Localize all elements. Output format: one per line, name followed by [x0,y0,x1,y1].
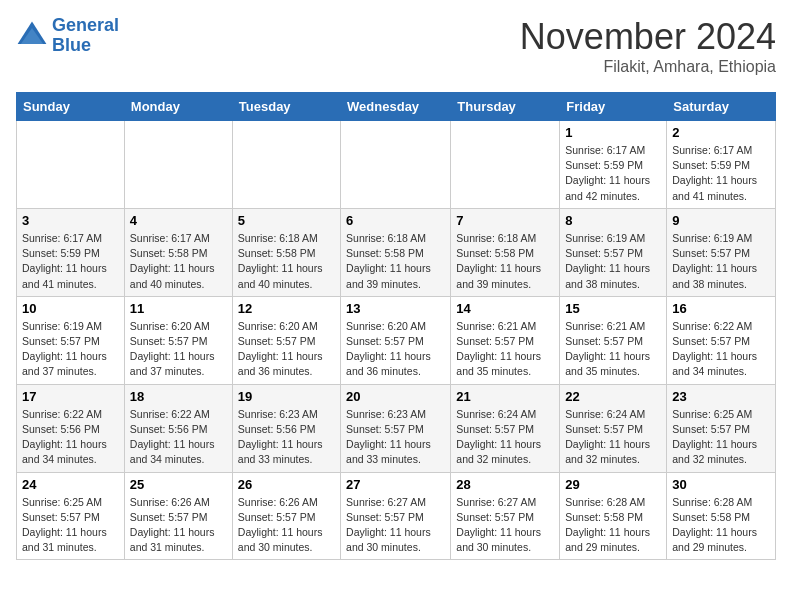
calendar-cell: 23Sunrise: 6:25 AMSunset: 5:57 PMDayligh… [667,384,776,472]
calendar-cell: 11Sunrise: 6:20 AMSunset: 5:57 PMDayligh… [124,296,232,384]
day-number: 24 [22,477,119,492]
calendar-cell: 1Sunrise: 6:17 AMSunset: 5:59 PMDaylight… [560,121,667,209]
day-info: Sunrise: 6:25 AMSunset: 5:57 PMDaylight:… [22,495,119,556]
calendar-cell: 21Sunrise: 6:24 AMSunset: 5:57 PMDayligh… [451,384,560,472]
calendar-cell: 2Sunrise: 6:17 AMSunset: 5:59 PMDaylight… [667,121,776,209]
calendar-cell [232,121,340,209]
day-info: Sunrise: 6:25 AMSunset: 5:57 PMDaylight:… [672,407,770,468]
calendar-cell: 3Sunrise: 6:17 AMSunset: 5:59 PMDaylight… [17,208,125,296]
weekday-header: Wednesday [341,93,451,121]
calendar-cell: 15Sunrise: 6:21 AMSunset: 5:57 PMDayligh… [560,296,667,384]
day-number: 1 [565,125,661,140]
day-number: 29 [565,477,661,492]
calendar-cell: 17Sunrise: 6:22 AMSunset: 5:56 PMDayligh… [17,384,125,472]
calendar-cell: 7Sunrise: 6:18 AMSunset: 5:58 PMDaylight… [451,208,560,296]
location: Filakit, Amhara, Ethiopia [520,58,776,76]
calendar-cell [124,121,232,209]
calendar-cell: 10Sunrise: 6:19 AMSunset: 5:57 PMDayligh… [17,296,125,384]
day-number: 13 [346,301,445,316]
day-number: 3 [22,213,119,228]
day-number: 16 [672,301,770,316]
calendar-week-row: 24Sunrise: 6:25 AMSunset: 5:57 PMDayligh… [17,472,776,560]
calendar-table: SundayMondayTuesdayWednesdayThursdayFrid… [16,92,776,560]
day-info: Sunrise: 6:26 AMSunset: 5:57 PMDaylight:… [238,495,335,556]
day-info: Sunrise: 6:18 AMSunset: 5:58 PMDaylight:… [456,231,554,292]
calendar-week-row: 1Sunrise: 6:17 AMSunset: 5:59 PMDaylight… [17,121,776,209]
day-info: Sunrise: 6:22 AMSunset: 5:56 PMDaylight:… [130,407,227,468]
calendar-cell: 9Sunrise: 6:19 AMSunset: 5:57 PMDaylight… [667,208,776,296]
day-info: Sunrise: 6:27 AMSunset: 5:57 PMDaylight:… [456,495,554,556]
calendar-cell: 18Sunrise: 6:22 AMSunset: 5:56 PMDayligh… [124,384,232,472]
calendar-cell: 30Sunrise: 6:28 AMSunset: 5:58 PMDayligh… [667,472,776,560]
day-info: Sunrise: 6:23 AMSunset: 5:57 PMDaylight:… [346,407,445,468]
day-info: Sunrise: 6:19 AMSunset: 5:57 PMDaylight:… [22,319,119,380]
day-number: 10 [22,301,119,316]
weekday-header: Tuesday [232,93,340,121]
day-number: 4 [130,213,227,228]
day-number: 8 [565,213,661,228]
day-info: Sunrise: 6:19 AMSunset: 5:57 PMDaylight:… [565,231,661,292]
weekday-header: Saturday [667,93,776,121]
weekday-header: Thursday [451,93,560,121]
day-info: Sunrise: 6:18 AMSunset: 5:58 PMDaylight:… [238,231,335,292]
day-info: Sunrise: 6:18 AMSunset: 5:58 PMDaylight:… [346,231,445,292]
day-number: 7 [456,213,554,228]
day-number: 27 [346,477,445,492]
calendar-cell: 29Sunrise: 6:28 AMSunset: 5:58 PMDayligh… [560,472,667,560]
day-info: Sunrise: 6:20 AMSunset: 5:57 PMDaylight:… [130,319,227,380]
day-number: 2 [672,125,770,140]
day-info: Sunrise: 6:24 AMSunset: 5:57 PMDaylight:… [565,407,661,468]
day-info: Sunrise: 6:20 AMSunset: 5:57 PMDaylight:… [346,319,445,380]
day-info: Sunrise: 6:28 AMSunset: 5:58 PMDaylight:… [565,495,661,556]
day-number: 9 [672,213,770,228]
day-number: 19 [238,389,335,404]
day-info: Sunrise: 6:28 AMSunset: 5:58 PMDaylight:… [672,495,770,556]
day-info: Sunrise: 6:21 AMSunset: 5:57 PMDaylight:… [565,319,661,380]
calendar-cell: 6Sunrise: 6:18 AMSunset: 5:58 PMDaylight… [341,208,451,296]
day-number: 6 [346,213,445,228]
calendar-cell [451,121,560,209]
weekday-header: Friday [560,93,667,121]
day-number: 30 [672,477,770,492]
calendar-cell: 14Sunrise: 6:21 AMSunset: 5:57 PMDayligh… [451,296,560,384]
day-number: 5 [238,213,335,228]
day-number: 18 [130,389,227,404]
day-number: 21 [456,389,554,404]
day-info: Sunrise: 6:21 AMSunset: 5:57 PMDaylight:… [456,319,554,380]
calendar-cell [17,121,125,209]
logo-text: General Blue [52,16,119,56]
calendar-week-row: 17Sunrise: 6:22 AMSunset: 5:56 PMDayligh… [17,384,776,472]
weekday-header: Monday [124,93,232,121]
day-info: Sunrise: 6:17 AMSunset: 5:59 PMDaylight:… [565,143,661,204]
day-info: Sunrise: 6:17 AMSunset: 5:59 PMDaylight:… [22,231,119,292]
day-info: Sunrise: 6:27 AMSunset: 5:57 PMDaylight:… [346,495,445,556]
day-number: 11 [130,301,227,316]
calendar-cell: 24Sunrise: 6:25 AMSunset: 5:57 PMDayligh… [17,472,125,560]
title-block: November 2024 Filakit, Amhara, Ethiopia [520,16,776,76]
calendar-cell: 12Sunrise: 6:20 AMSunset: 5:57 PMDayligh… [232,296,340,384]
calendar-cell [341,121,451,209]
calendar-cell: 20Sunrise: 6:23 AMSunset: 5:57 PMDayligh… [341,384,451,472]
weekday-header: Sunday [17,93,125,121]
day-number: 14 [456,301,554,316]
day-info: Sunrise: 6:22 AMSunset: 5:56 PMDaylight:… [22,407,119,468]
month-title: November 2024 [520,16,776,58]
day-number: 17 [22,389,119,404]
day-info: Sunrise: 6:22 AMSunset: 5:57 PMDaylight:… [672,319,770,380]
calendar-cell: 22Sunrise: 6:24 AMSunset: 5:57 PMDayligh… [560,384,667,472]
page-header: General Blue November 2024 Filakit, Amha… [16,16,776,76]
calendar-cell: 25Sunrise: 6:26 AMSunset: 5:57 PMDayligh… [124,472,232,560]
day-number: 28 [456,477,554,492]
day-number: 25 [130,477,227,492]
calendar-cell: 19Sunrise: 6:23 AMSunset: 5:56 PMDayligh… [232,384,340,472]
calendar-cell: 26Sunrise: 6:26 AMSunset: 5:57 PMDayligh… [232,472,340,560]
calendar-body: 1Sunrise: 6:17 AMSunset: 5:59 PMDaylight… [17,121,776,560]
calendar-header-row: SundayMondayTuesdayWednesdayThursdayFrid… [17,93,776,121]
calendar-cell: 13Sunrise: 6:20 AMSunset: 5:57 PMDayligh… [341,296,451,384]
day-info: Sunrise: 6:24 AMSunset: 5:57 PMDaylight:… [456,407,554,468]
calendar-cell: 5Sunrise: 6:18 AMSunset: 5:58 PMDaylight… [232,208,340,296]
day-number: 23 [672,389,770,404]
calendar-cell: 27Sunrise: 6:27 AMSunset: 5:57 PMDayligh… [341,472,451,560]
calendar-cell: 8Sunrise: 6:19 AMSunset: 5:57 PMDaylight… [560,208,667,296]
calendar-cell: 16Sunrise: 6:22 AMSunset: 5:57 PMDayligh… [667,296,776,384]
